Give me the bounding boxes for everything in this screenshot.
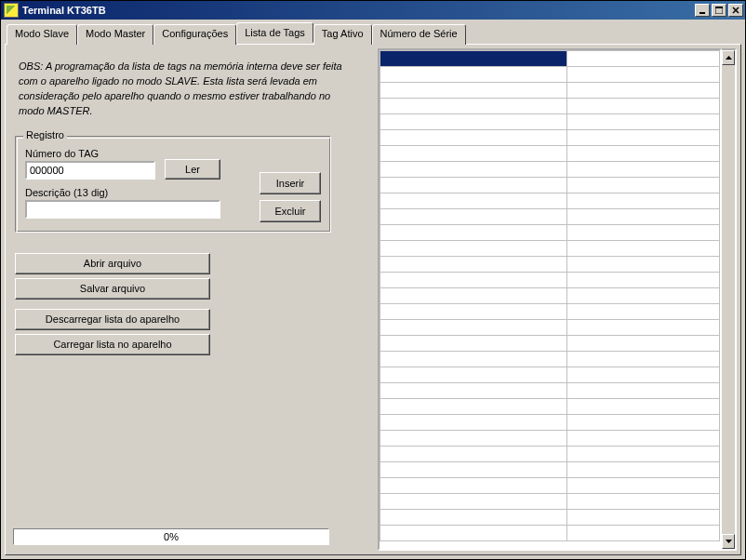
table-row[interactable] (380, 304, 720, 320)
table-row[interactable] (380, 383, 720, 399)
table-row[interactable] (380, 494, 720, 510)
tab-numero-de-serie[interactable]: Número de Série (372, 24, 466, 45)
descarregar-button[interactable]: Descarregar lista do aparelho (15, 309, 210, 330)
minimize-button[interactable] (695, 4, 710, 17)
table-row[interactable] (380, 225, 720, 241)
table-row[interactable] (380, 99, 720, 114)
tabstrip: Modo Slave Modo Master Configurações Lis… (7, 23, 741, 44)
grid-scrollbar[interactable] (722, 48, 737, 551)
maximize-icon (715, 7, 723, 14)
tab-configuracoes[interactable]: Configurações (153, 24, 236, 45)
table-row[interactable] (380, 288, 720, 304)
table-row[interactable] (380, 367, 720, 383)
carregar-button[interactable]: Carregar lista no aparelho (15, 334, 210, 355)
table-row[interactable] (380, 526, 720, 541)
tab-modo-master[interactable]: Modo Master (77, 24, 153, 45)
tabpanel: OBS: A programação da lista de tags na m… (5, 44, 741, 555)
window: Terminal KT36TB Modo Slave Modo Master C… (0, 0, 746, 560)
table-row[interactable] (380, 146, 720, 162)
scroll-down-button[interactable] (722, 534, 735, 549)
app-icon (4, 3, 19, 18)
table-row[interactable] (380, 415, 720, 431)
inserir-button[interactable]: Inserir (260, 172, 321, 194)
tab-tag-ativo[interactable]: Tag Ativo (313, 24, 372, 45)
close-icon (732, 7, 739, 14)
tab-lista-de-tags[interactable]: Lista de Tags (236, 22, 313, 43)
svg-marker-6 (726, 540, 732, 543)
registro-group-label: Registro (23, 129, 67, 140)
table-row[interactable] (380, 399, 720, 415)
table-row[interactable] (380, 114, 720, 130)
table-row[interactable] (380, 462, 720, 478)
descricao-input[interactable] (25, 200, 220, 219)
table-row[interactable] (380, 447, 720, 462)
scroll-up-button[interactable] (722, 50, 735, 65)
table-row[interactable] (380, 83, 720, 99)
ler-button[interactable]: Ler (165, 159, 220, 180)
table-row[interactable] (380, 193, 720, 209)
tag-number-input[interactable] (25, 161, 155, 180)
table-row[interactable] (380, 130, 720, 146)
chevron-down-icon (726, 540, 732, 543)
left-pane: OBS: A programação da lista de tags na m… (6, 45, 378, 554)
tags-grid[interactable] (378, 48, 722, 551)
descricao-label: Descrição (13 dig) (25, 187, 220, 198)
table-row[interactable] (380, 352, 720, 367)
tag-number-label: Número do TAG (25, 148, 155, 159)
table-row[interactable] (380, 209, 720, 225)
table-row[interactable] (380, 273, 720, 288)
client-area: Modo Slave Modo Master Configurações Lis… (1, 20, 745, 559)
table-row[interactable] (380, 241, 720, 257)
svg-rect-0 (699, 12, 705, 14)
table-row[interactable] (380, 320, 720, 336)
svg-rect-2 (715, 7, 723, 8)
table-row[interactable] (380, 510, 720, 526)
svg-marker-5 (726, 56, 732, 60)
table-row[interactable] (380, 431, 720, 447)
registro-group: Registro Número do TAG Ler Descrição (13… (15, 136, 331, 233)
maximize-button[interactable] (712, 4, 726, 17)
content: OBS: A programação da lista de tags na m… (6, 45, 740, 554)
table-row[interactable] (380, 67, 720, 83)
obs-text: OBS: A programação da lista de tags na m… (13, 52, 357, 130)
right-pane (378, 45, 740, 554)
table-row[interactable] (380, 336, 720, 352)
progress-bar: 0% (13, 528, 329, 545)
salvar-arquivo-button[interactable]: Salvar arquivo (15, 278, 210, 300)
tab-modo-slave[interactable]: Modo Slave (7, 24, 77, 45)
window-title: Terminal KT36TB (22, 5, 694, 16)
table-row[interactable] (380, 162, 720, 178)
abrir-arquivo-button[interactable]: Abrir arquivo (15, 253, 210, 274)
excluir-button[interactable]: Excluir (260, 200, 321, 222)
table-row[interactable] (380, 51, 720, 67)
grid-container (378, 48, 737, 551)
table-row[interactable] (380, 478, 720, 494)
table-row[interactable] (380, 257, 720, 273)
close-button[interactable] (728, 4, 743, 17)
grid-table (380, 50, 720, 541)
titlebar: Terminal KT36TB (1, 1, 745, 20)
progress-text: 0% (164, 531, 179, 542)
table-row[interactable] (380, 178, 720, 193)
chevron-up-icon (726, 56, 732, 60)
minimize-icon (699, 7, 706, 14)
